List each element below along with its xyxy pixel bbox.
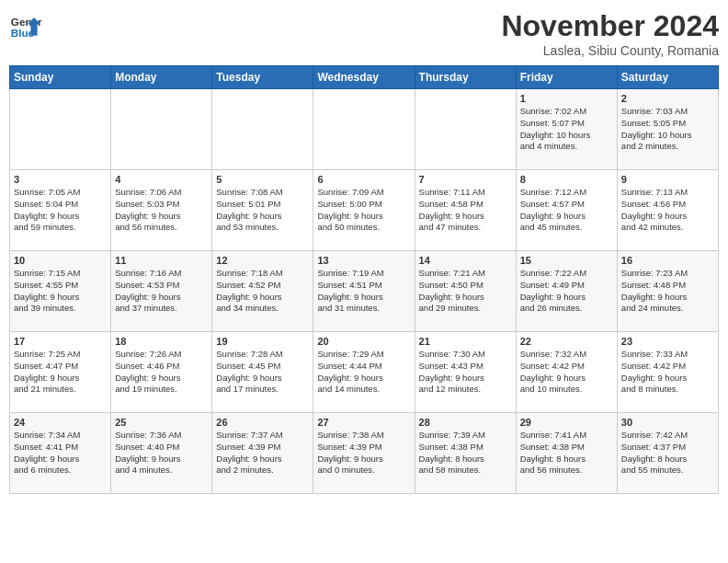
calendar-table: SundayMondayTuesdayWednesdayThursdayFrid…: [9, 65, 719, 494]
day-number: 18: [115, 336, 208, 347]
day-cell: 16Sunrise: 7:23 AM Sunset: 4:48 PM Dayli…: [617, 251, 718, 332]
header: General Blue November 2024 Laslea, Sibiu…: [9, 9, 719, 58]
week-row-5: 24Sunrise: 7:34 AM Sunset: 4:41 PM Dayli…: [10, 413, 719, 494]
day-number: 3: [14, 174, 107, 185]
logo-icon: General Blue: [9, 9, 42, 42]
day-number: 29: [520, 417, 613, 428]
day-info: Sunrise: 7:34 AM Sunset: 4:41 PM Dayligh…: [14, 430, 107, 477]
weekday-header-thursday: Thursday: [415, 66, 516, 89]
weekday-header-sunday: Sunday: [10, 66, 111, 89]
day-number: 21: [419, 336, 512, 347]
day-info: Sunrise: 7:18 AM Sunset: 4:52 PM Dayligh…: [216, 268, 309, 315]
day-info: Sunrise: 7:23 AM Sunset: 4:48 PM Dayligh…: [621, 268, 714, 315]
day-info: Sunrise: 7:09 AM Sunset: 5:00 PM Dayligh…: [317, 187, 410, 234]
day-info: Sunrise: 7:03 AM Sunset: 5:05 PM Dayligh…: [621, 106, 714, 153]
day-info: Sunrise: 7:06 AM Sunset: 5:03 PM Dayligh…: [115, 187, 208, 234]
calendar-header: SundayMondayTuesdayWednesdayThursdayFrid…: [10, 66, 719, 89]
day-number: 14: [419, 255, 512, 266]
day-info: Sunrise: 7:19 AM Sunset: 4:51 PM Dayligh…: [317, 268, 410, 315]
day-number: 28: [419, 417, 512, 428]
day-number: 23: [621, 336, 714, 347]
day-number: 30: [621, 417, 714, 428]
day-info: Sunrise: 7:39 AM Sunset: 4:38 PM Dayligh…: [419, 430, 512, 477]
day-info: Sunrise: 7:41 AM Sunset: 4:38 PM Dayligh…: [520, 430, 613, 477]
month-title: November 2024: [501, 9, 719, 43]
day-number: 4: [115, 174, 208, 185]
day-number: 5: [216, 174, 309, 185]
weekday-header-friday: Friday: [516, 66, 617, 89]
day-number: 19: [216, 336, 309, 347]
day-number: 25: [115, 417, 208, 428]
day-cell: 12Sunrise: 7:18 AM Sunset: 4:52 PM Dayli…: [212, 251, 313, 332]
day-number: 7: [419, 174, 512, 185]
day-number: 12: [216, 255, 309, 266]
day-number: 24: [14, 417, 107, 428]
title-area: November 2024 Laslea, Sibiu County, Roma…: [501, 9, 719, 58]
day-info: Sunrise: 7:05 AM Sunset: 5:04 PM Dayligh…: [14, 187, 107, 234]
day-number: 22: [520, 336, 613, 347]
day-info: Sunrise: 7:36 AM Sunset: 4:40 PM Dayligh…: [115, 430, 208, 477]
day-info: Sunrise: 7:38 AM Sunset: 4:39 PM Dayligh…: [317, 430, 410, 477]
day-cell: 14Sunrise: 7:21 AM Sunset: 4:50 PM Dayli…: [415, 251, 516, 332]
day-info: Sunrise: 7:08 AM Sunset: 5:01 PM Dayligh…: [216, 187, 309, 234]
day-cell: 4Sunrise: 7:06 AM Sunset: 5:03 PM Daylig…: [111, 170, 212, 251]
day-info: Sunrise: 7:26 AM Sunset: 4:46 PM Dayligh…: [115, 349, 208, 396]
day-info: Sunrise: 7:28 AM Sunset: 4:45 PM Dayligh…: [216, 349, 309, 396]
week-row-4: 17Sunrise: 7:25 AM Sunset: 4:47 PM Dayli…: [10, 332, 719, 413]
day-cell: 5Sunrise: 7:08 AM Sunset: 5:01 PM Daylig…: [212, 170, 313, 251]
day-cell: 7Sunrise: 7:11 AM Sunset: 4:58 PM Daylig…: [415, 170, 516, 251]
day-info: Sunrise: 7:13 AM Sunset: 4:56 PM Dayligh…: [621, 187, 714, 234]
day-info: Sunrise: 7:32 AM Sunset: 4:42 PM Dayligh…: [520, 349, 613, 396]
weekday-header-saturday: Saturday: [617, 66, 718, 89]
weekday-row: SundayMondayTuesdayWednesdayThursdayFrid…: [10, 66, 719, 89]
day-cell: 25Sunrise: 7:36 AM Sunset: 4:40 PM Dayli…: [111, 413, 212, 494]
day-cell: [313, 89, 415, 170]
day-info: Sunrise: 7:15 AM Sunset: 4:55 PM Dayligh…: [14, 268, 107, 315]
day-number: 17: [14, 336, 107, 347]
day-info: Sunrise: 7:30 AM Sunset: 4:43 PM Dayligh…: [419, 349, 512, 396]
day-cell: 3Sunrise: 7:05 AM Sunset: 5:04 PM Daylig…: [10, 170, 111, 251]
day-number: 27: [317, 417, 410, 428]
day-cell: 23Sunrise: 7:33 AM Sunset: 4:42 PM Dayli…: [617, 332, 718, 413]
day-number: 13: [317, 255, 410, 266]
logo: General Blue: [9, 9, 42, 42]
day-cell: 15Sunrise: 7:22 AM Sunset: 4:49 PM Dayli…: [516, 251, 617, 332]
day-info: Sunrise: 7:22 AM Sunset: 4:49 PM Dayligh…: [520, 268, 613, 315]
day-cell: 22Sunrise: 7:32 AM Sunset: 4:42 PM Dayli…: [516, 332, 617, 413]
day-cell: 8Sunrise: 7:12 AM Sunset: 4:57 PM Daylig…: [516, 170, 617, 251]
week-row-3: 10Sunrise: 7:15 AM Sunset: 4:55 PM Dayli…: [10, 251, 719, 332]
day-info: Sunrise: 7:33 AM Sunset: 4:42 PM Dayligh…: [621, 349, 714, 396]
day-cell: 28Sunrise: 7:39 AM Sunset: 4:38 PM Dayli…: [415, 413, 516, 494]
day-number: 15: [520, 255, 613, 266]
day-cell: [111, 89, 212, 170]
day-info: Sunrise: 7:42 AM Sunset: 4:37 PM Dayligh…: [621, 430, 714, 477]
day-cell: 27Sunrise: 7:38 AM Sunset: 4:39 PM Dayli…: [313, 413, 415, 494]
location: Laslea, Sibiu County, Romania: [501, 43, 719, 58]
day-cell: 10Sunrise: 7:15 AM Sunset: 4:55 PM Dayli…: [10, 251, 111, 332]
day-cell: 2Sunrise: 7:03 AM Sunset: 5:05 PM Daylig…: [617, 89, 718, 170]
day-info: Sunrise: 7:02 AM Sunset: 5:07 PM Dayligh…: [520, 106, 613, 153]
day-info: Sunrise: 7:37 AM Sunset: 4:39 PM Dayligh…: [216, 430, 309, 477]
day-info: Sunrise: 7:11 AM Sunset: 4:58 PM Dayligh…: [419, 187, 512, 234]
day-cell: [10, 89, 111, 170]
day-cell: 19Sunrise: 7:28 AM Sunset: 4:45 PM Dayli…: [212, 332, 313, 413]
day-cell: [415, 89, 516, 170]
week-row-2: 3Sunrise: 7:05 AM Sunset: 5:04 PM Daylig…: [10, 170, 719, 251]
day-cell: 13Sunrise: 7:19 AM Sunset: 4:51 PM Dayli…: [313, 251, 415, 332]
day-number: 16: [621, 255, 714, 266]
day-number: 9: [621, 174, 714, 185]
day-info: Sunrise: 7:25 AM Sunset: 4:47 PM Dayligh…: [14, 349, 107, 396]
day-cell: 11Sunrise: 7:16 AM Sunset: 4:53 PM Dayli…: [111, 251, 212, 332]
day-number: 8: [520, 174, 613, 185]
weekday-header-tuesday: Tuesday: [212, 66, 313, 89]
day-cell: 1Sunrise: 7:02 AM Sunset: 5:07 PM Daylig…: [516, 89, 617, 170]
day-number: 6: [317, 174, 410, 185]
day-number: 11: [115, 255, 208, 266]
day-info: Sunrise: 7:21 AM Sunset: 4:50 PM Dayligh…: [419, 268, 512, 315]
day-info: Sunrise: 7:16 AM Sunset: 4:53 PM Dayligh…: [115, 268, 208, 315]
day-number: 1: [520, 93, 613, 104]
week-row-1: 1Sunrise: 7:02 AM Sunset: 5:07 PM Daylig…: [10, 89, 719, 170]
day-cell: 30Sunrise: 7:42 AM Sunset: 4:37 PM Dayli…: [617, 413, 718, 494]
day-number: 2: [621, 93, 714, 104]
day-cell: 24Sunrise: 7:34 AM Sunset: 4:41 PM Dayli…: [10, 413, 111, 494]
